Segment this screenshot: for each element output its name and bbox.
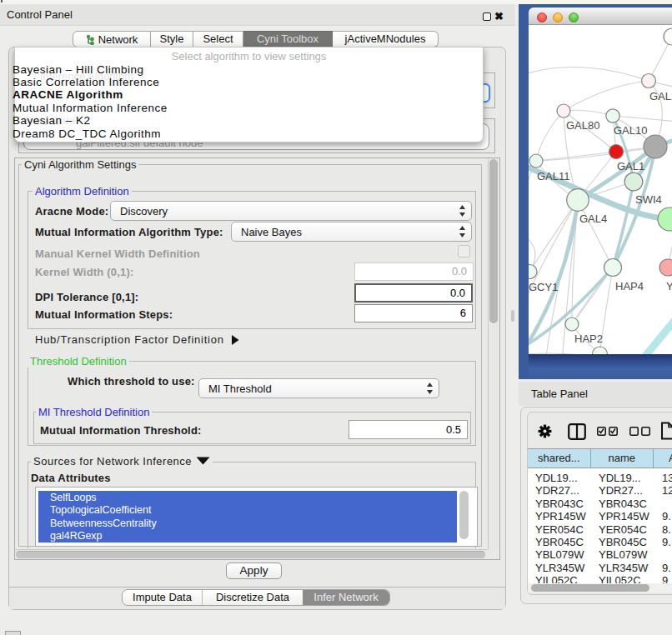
svg-text:GAL1: GAL1 xyxy=(617,160,644,172)
svg-text:SWI4: SWI4 xyxy=(635,193,662,206)
svg-text:GAL11: GAL11 xyxy=(537,170,570,182)
svg-text:HAP2: HAP2 xyxy=(574,332,603,345)
svg-text:GAL4: GAL4 xyxy=(579,212,607,225)
svg-text:GAL10: GAL10 xyxy=(614,124,647,137)
svg-text:HAP4: HAP4 xyxy=(615,280,644,292)
svg-text:GAL80: GAL80 xyxy=(566,119,599,132)
svg-text:YJ: YJ xyxy=(666,280,672,292)
svg-text:GCY1: GCY1 xyxy=(529,281,558,293)
svg-text:GAL2: GAL2 xyxy=(649,90,672,102)
